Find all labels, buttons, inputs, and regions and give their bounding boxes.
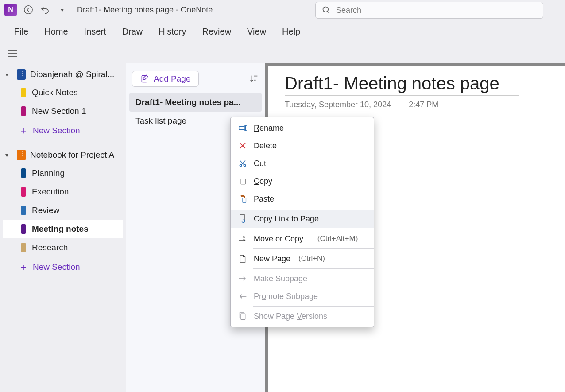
context-menu-label: Show Page Versions [254, 312, 327, 321]
add-page-button[interactable]: Add Page [132, 71, 199, 87]
section-label: Research [32, 243, 68, 252]
section-color-icon [21, 224, 26, 234]
search-box[interactable] [315, 2, 543, 19]
context-menu-item[interactable]: Paste [231, 190, 374, 208]
context-menu-item[interactable]: Cut [231, 155, 374, 172]
svg-rect-20 [241, 179, 245, 184]
chevron-down-icon: ▾ [5, 151, 12, 159]
undo-icon[interactable] [40, 4, 50, 15]
section-color-icon [21, 88, 26, 97]
context-menu-separator [253, 229, 374, 229]
section-row[interactable]: Quick Notes [3, 83, 123, 102]
svg-rect-10 [239, 127, 245, 130]
context-menu-label: Promote Subpage [254, 292, 318, 301]
page-item[interactable]: Draft1- Meeting notes pa... [129, 93, 262, 112]
context-menu-shortcut: (Ctrl+Alt+M) [317, 234, 358, 243]
section-color-icon [21, 168, 26, 178]
plus-icon: ＋ [19, 260, 27, 274]
menu-view[interactable]: View [247, 27, 266, 37]
add-page-label: Add Page [154, 74, 190, 84]
menu-history[interactable]: History [159, 27, 186, 37]
search-icon [322, 6, 331, 15]
menu-review[interactable]: Review [202, 27, 232, 37]
context-menu-item[interactable]: Delete [231, 137, 374, 155]
section-row[interactable]: Planning [3, 164, 123, 182]
hamburger-icon[interactable] [0, 44, 565, 63]
svg-point-1 [323, 7, 329, 12]
versions-icon [238, 311, 248, 321]
section-color-icon [21, 206, 26, 215]
menubar: File Home Insert Draw History Review Vie… [0, 19, 565, 44]
section-label: Quick Notes [32, 88, 77, 97]
context-menu-label: Delete [254, 141, 277, 151]
context-menu-separator [253, 268, 374, 269]
menu-file[interactable]: File [14, 27, 28, 37]
context-menu-item: Show Page Versions [231, 307, 374, 325]
section-label: Planning [32, 168, 65, 178]
section-label: Execution [32, 187, 69, 197]
context-menu-item[interactable]: Copy [231, 172, 374, 190]
section-color-icon [21, 243, 26, 252]
new-section-label: New Section [33, 262, 80, 272]
new-section-button[interactable]: ＋ New Section [3, 120, 123, 141]
context-menu-label: Rename [254, 124, 284, 133]
new-section-button[interactable]: ＋ New Section [3, 257, 123, 277]
new-section-label: New Section [33, 126, 80, 136]
context-menu-item[interactable]: New Page (Ctrl+N) [231, 250, 374, 268]
menu-insert[interactable]: Insert [84, 27, 106, 37]
context-menu-separator [253, 306, 374, 307]
context-menu-item[interactable]: Rename [231, 119, 374, 137]
chevron-down-icon: ▾ [5, 71, 12, 78]
menu-draw[interactable]: Draw [122, 27, 143, 37]
section-color-icon [21, 187, 26, 197]
notebook-name: Notebook for Project A [30, 150, 114, 160]
titlebar: N ▾ Draft1- Meeting notes page - OneNote [0, 0, 565, 19]
context-menu-label: Cut [254, 159, 266, 168]
page-date: Tuesday, September 10, 2024 [285, 100, 391, 109]
section-row[interactable]: Research [3, 238, 123, 257]
context-menu-label: New Page [254, 254, 290, 264]
svg-rect-22 [241, 195, 244, 197]
qat-dropdown-icon[interactable]: ▾ [57, 4, 67, 15]
context-menu-item[interactable]: Move or Copy... (Ctrl+Alt+M) [231, 230, 374, 248]
section-label: Meeting notes [32, 224, 89, 234]
context-menu-separator [231, 209, 374, 209]
paste-icon [238, 194, 248, 204]
menu-home[interactable]: Home [44, 27, 68, 37]
context-menu-item: Make Subpage [231, 270, 374, 287]
outdent-icon [238, 291, 248, 301]
context-menu-label: Paste [254, 194, 274, 204]
context-menu-label: Copy Link to Page [254, 214, 319, 224]
menu-help[interactable]: Help [282, 27, 300, 37]
section-row[interactable]: Execution [3, 182, 123, 201]
page-time: 2:47 PM [409, 100, 438, 109]
search-input[interactable] [336, 6, 537, 15]
newpage-icon [238, 254, 248, 264]
notebook-name: Dipanjenah @ Spiral... [30, 70, 114, 79]
context-menu-label: Copy [254, 177, 272, 186]
back-icon[interactable] [23, 4, 34, 15]
section-label: Review [32, 206, 59, 215]
svg-line-2 [328, 12, 329, 13]
cut-icon [238, 159, 248, 168]
context-menu-separator [253, 248, 374, 249]
delete-icon [238, 141, 248, 151]
context-menu-label: Move or Copy... [254, 234, 310, 244]
plus-icon: ＋ [19, 124, 27, 137]
context-menu-item: Promote Subpage [231, 287, 374, 305]
context-menu-item[interactable]: Copy Link to Page [231, 210, 374, 228]
section-row[interactable]: New Section 1 [3, 102, 123, 120]
section-row[interactable]: Review [3, 201, 123, 220]
page-title[interactable]: Draft1- Meeting notes page [285, 74, 519, 96]
notebook-row[interactable]: ▾ Notebook for Project A [3, 146, 123, 164]
sort-icon[interactable] [249, 74, 259, 84]
indent-icon [238, 274, 248, 283]
notebook-row[interactable]: ▾ Dipanjenah @ Spiral... [3, 66, 123, 83]
section-color-icon [21, 106, 26, 116]
section-row[interactable]: Meeting notes [3, 220, 123, 238]
svg-rect-23 [243, 198, 246, 203]
notebook-icon [17, 150, 26, 160]
context-menu: Rename Delete Cut Copy Paste Copy Link t… [230, 117, 374, 327]
rename-icon [238, 123, 248, 133]
sidebar: ▾ Dipanjenah @ Spiral... Quick Notes New… [0, 63, 126, 392]
